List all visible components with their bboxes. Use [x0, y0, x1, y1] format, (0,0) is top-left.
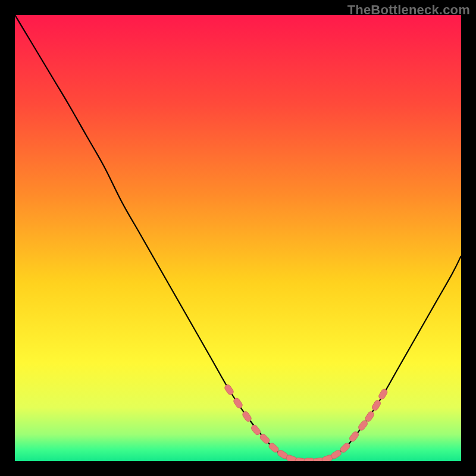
- chart-frame: [15, 15, 461, 461]
- watermark-text: TheBottleneck.com: [347, 2, 470, 18]
- bottleneck-chart: [15, 15, 461, 461]
- gradient-background: [15, 15, 461, 461]
